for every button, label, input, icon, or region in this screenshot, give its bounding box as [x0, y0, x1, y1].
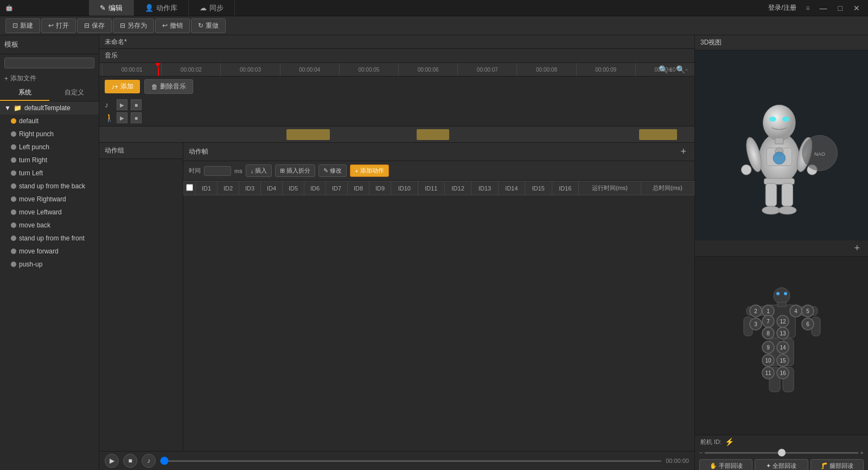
col-id3[interactable]: ID3	[239, 181, 261, 195]
all-read-button[interactable]: ✦ 全部回读	[755, 459, 808, 470]
list-item[interactable]: Left punch	[0, 141, 99, 154]
col-id16[interactable]: ID16	[552, 181, 578, 195]
col-id8[interactable]: ID8	[348, 181, 369, 195]
new-button[interactable]: ⊡ 新建	[5, 18, 40, 33]
motor-slider[interactable]	[705, 452, 858, 454]
add-file-button[interactable]: + 添加文件	[0, 72, 99, 85]
item-dot	[11, 249, 16, 254]
joint-panel: +	[695, 240, 868, 435]
zoom-out-button[interactable]: 🔍-	[675, 64, 689, 75]
open-button[interactable]: ↩ 打开	[41, 18, 76, 33]
tab-sync[interactable]: ☁ 同步	[189, 0, 235, 16]
tab-custom[interactable]: 自定义	[49, 85, 99, 101]
list-item[interactable]: default	[0, 115, 99, 128]
tab-editor[interactable]: ✎ 编辑	[89, 0, 134, 16]
timeline-track-area[interactable]	[99, 126, 694, 142]
list-item[interactable]: turn Right	[0, 154, 99, 167]
list-item[interactable]: stand up from the back	[0, 180, 99, 193]
modify-button[interactable]: ✎ 修改	[318, 164, 347, 177]
col-id5[interactable]: ID5	[283, 181, 304, 195]
col-id2[interactable]: ID2	[218, 181, 239, 195]
sidebar: 模板 + 添加文件 系统 自定义 ▼ 📁 defaultTemplate def…	[0, 35, 99, 470]
track-stop-button[interactable]: ■	[131, 99, 142, 110]
stop-button[interactable]: ■	[123, 454, 137, 468]
playback-slider[interactable]	[160, 460, 661, 462]
main-area: 模板 + 添加文件 系统 自定义 ▼ 📁 defaultTemplate def…	[0, 35, 868, 470]
track-play-button[interactable]: ▶	[117, 112, 127, 123]
action-frames-header: 动作帧 +	[183, 143, 694, 161]
svg-point-5	[782, 117, 789, 122]
col-id6[interactable]: ID6	[304, 181, 326, 195]
add-music-button[interactable]: ♪+ 添加	[105, 80, 140, 93]
ruler-mark: 00:00:09	[576, 63, 635, 77]
leg-read-button[interactable]: 🦵 腿部回读	[810, 459, 864, 470]
zoom-in-button[interactable]: 🔍+	[658, 64, 673, 75]
col-checkbox[interactable]	[184, 181, 196, 195]
music-toggle-button[interactable]: ♪	[142, 454, 156, 468]
search-input[interactable]	[4, 58, 94, 68]
login-button[interactable]: 登录/注册	[763, 3, 801, 12]
col-id7[interactable]: ID7	[326, 181, 348, 195]
list-item[interactable]: push-up	[0, 258, 99, 271]
timeline-block[interactable]	[639, 129, 677, 140]
track-play-button[interactable]: ▶	[117, 99, 127, 110]
col-id14[interactable]: ID14	[498, 181, 525, 195]
col-id1[interactable]: ID1	[196, 181, 218, 195]
col-id9[interactable]: ID9	[369, 181, 391, 195]
col-runtime[interactable]: 运行时间(ms)	[578, 181, 641, 195]
split-icon: ⊞	[280, 167, 285, 174]
list-item[interactable]: move Rightward	[0, 193, 99, 206]
undo-button[interactable]: ↩ 撤销	[155, 18, 190, 33]
play-button[interactable]: ▶	[105, 454, 119, 468]
timeline-block[interactable]	[286, 129, 330, 140]
list-item[interactable]: move back	[0, 219, 99, 232]
add-action-plus-button[interactable]: +	[678, 146, 689, 157]
add-action-button[interactable]: + 添加动作	[350, 164, 388, 177]
timeline-block[interactable]	[417, 129, 449, 140]
col-id11[interactable]: ID11	[418, 181, 444, 195]
list-item[interactable]: move Leftward	[0, 206, 99, 219]
settings-icon[interactable]: ≡	[802, 4, 814, 12]
save-as-button[interactable]: ⊟ 另存为	[113, 18, 154, 33]
time-input[interactable]	[204, 166, 231, 176]
delete-music-button[interactable]: 🗑 删除音乐	[144, 79, 193, 94]
col-id4[interactable]: ID4	[261, 181, 283, 195]
action-group-header: 动作组	[99, 143, 183, 159]
action-frames-toolbar: 时间 ms ↓ 插入 ⊞ 插入折分 ✎ 修改	[183, 161, 694, 181]
timeline-ruler[interactable]: 00:00:01 00:00:02 00:00:03 00:00:04 00:0…	[99, 63, 694, 77]
tab-system[interactable]: 系统	[0, 85, 49, 101]
insert-split-button[interactable]: ⊞ 插入折分	[275, 164, 315, 177]
redo-button[interactable]: ↻ 重做	[191, 18, 226, 33]
svg-point-15	[778, 206, 796, 214]
select-all-checkbox[interactable]	[186, 184, 193, 191]
save-button[interactable]: ⊟ 保存	[77, 18, 112, 33]
timeline-area: 音乐 00:00:01 00:00:02 00:00:03 00:00:04 0…	[99, 49, 694, 143]
svg-text:6: 6	[806, 321, 809, 327]
svg-text:8: 8	[767, 331, 770, 336]
svg-text:16: 16	[780, 370, 786, 376]
svg-rect-13	[782, 183, 793, 206]
col-id13[interactable]: ID13	[471, 181, 498, 195]
close-button[interactable]: ✕	[848, 0, 865, 16]
insert-button[interactable]: ↓ 插入	[246, 164, 272, 177]
lightning-icon-button[interactable]: ⚡	[725, 437, 734, 446]
col-id12[interactable]: ID12	[444, 181, 471, 195]
tab-actions[interactable]: 👤 动作库	[134, 0, 189, 16]
list-item[interactable]: move forward	[0, 245, 99, 258]
playback-bar: ▶ ■ ♪ 00:00:00	[99, 451, 694, 470]
joint-add-button[interactable]: +	[851, 243, 863, 254]
tree-folder[interactable]: ▼ 📁 defaultTemplate	[0, 101, 99, 115]
frames-table-wrapper[interactable]: ID1 ID2 ID3 ID4 ID5 ID6 ID7 ID8 ID9 ID10	[183, 181, 694, 451]
insert-icon: ↓	[251, 168, 254, 174]
col-totaltime[interactable]: 总时间(ms)	[641, 181, 694, 195]
slider-minus: −	[699, 449, 703, 456]
list-item[interactable]: Right punch	[0, 128, 99, 141]
list-item[interactable]: stand up from the front	[0, 232, 99, 245]
hand-read-button[interactable]: ✋ 手部回读	[699, 459, 752, 470]
col-id10[interactable]: ID10	[391, 181, 418, 195]
maximize-button[interactable]: □	[833, 0, 848, 16]
col-id15[interactable]: ID15	[525, 181, 552, 195]
minimize-button[interactable]: —	[814, 0, 833, 16]
track-stop-button[interactable]: ■	[131, 112, 142, 123]
list-item[interactable]: turn Left	[0, 167, 99, 180]
